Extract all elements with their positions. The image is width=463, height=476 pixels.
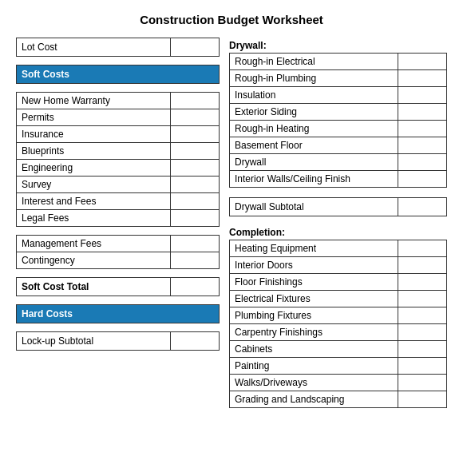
row-value[interactable] xyxy=(398,137,446,153)
row-value[interactable] xyxy=(398,240,446,256)
soft-cost-total-value[interactable] xyxy=(171,278,219,296)
table-row: Exterior Siding xyxy=(229,104,447,121)
row-label: Survey xyxy=(17,177,171,192)
completion-items-group: Heating EquipmentInterior DoorsFloor Fin… xyxy=(229,240,447,408)
row-label: Electrical Fixtures xyxy=(230,291,398,307)
row-label: Insulation xyxy=(230,87,398,103)
row-label: Engineering xyxy=(17,160,171,176)
row-value[interactable] xyxy=(398,87,446,103)
row-label: Plumbing Fixtures xyxy=(230,307,398,323)
table-row: Management Fees xyxy=(16,235,220,252)
completion-title: Completion: xyxy=(229,224,447,240)
row-label: Heating Equipment xyxy=(230,240,398,256)
table-row: Contingency xyxy=(16,252,220,269)
row-label: Rough-in Heating xyxy=(230,121,398,137)
drywall-subtotal-label: Drywall Subtotal xyxy=(230,198,398,216)
row-value[interactable] xyxy=(171,236,219,252)
table-row: Rough-in Electrical xyxy=(229,53,447,70)
row-value[interactable] xyxy=(398,341,446,357)
row-label: Interior Walls/Ceiling Finish xyxy=(230,171,398,187)
row-label: Interest and Fees xyxy=(17,193,171,209)
soft-cost-total-label: Soft Cost Total xyxy=(17,278,171,296)
row-value[interactable] xyxy=(171,252,219,268)
row-label: Grading and Landscaping xyxy=(230,391,398,407)
table-row: Walks/Driveways xyxy=(229,375,447,391)
row-label: Blueprints xyxy=(17,143,171,159)
row-value[interactable] xyxy=(398,154,446,170)
drywall-title: Drywall: xyxy=(229,38,447,53)
row-value[interactable] xyxy=(398,391,446,407)
drywall-subtotal-value[interactable] xyxy=(398,198,446,216)
lockup-label: Lock-up Subtotal xyxy=(17,332,171,350)
table-row: Floor Finishings xyxy=(229,274,447,291)
row-label: Management Fees xyxy=(17,236,171,252)
table-row: Rough-in Plumbing xyxy=(229,70,447,87)
row-label: Rough-in Plumbing xyxy=(230,70,398,86)
table-row: Electrical Fixtures xyxy=(229,291,447,307)
table-row: Survey xyxy=(16,177,220,193)
page-title: Construction Budget Worksheet xyxy=(16,13,447,26)
row-label: New Home Warranty xyxy=(17,93,171,109)
lot-cost-row: Lot Cost xyxy=(16,38,220,57)
table-row: Rough-in Heating xyxy=(229,121,447,137)
table-row: Insulation xyxy=(229,87,447,104)
soft-cost-total-row: Soft Cost Total xyxy=(16,277,220,296)
table-row: Drywall xyxy=(229,154,447,171)
table-row: Carpentry Finishings xyxy=(229,324,447,341)
row-label: Walks/Driveways xyxy=(230,375,398,391)
table-row: Permits xyxy=(16,109,220,126)
row-label: Exterior Siding xyxy=(230,104,398,120)
row-value[interactable] xyxy=(171,193,219,209)
row-value[interactable] xyxy=(398,307,446,323)
table-row: New Home Warranty xyxy=(16,92,220,109)
table-row: Interior Doors xyxy=(229,257,447,274)
other-items-group: Management FeesContingency xyxy=(16,235,220,269)
row-value[interactable] xyxy=(398,171,446,187)
row-value[interactable] xyxy=(171,109,219,125)
row-value[interactable] xyxy=(398,291,446,307)
row-value[interactable] xyxy=(398,358,446,374)
left-column: Lot Cost Soft Costs New Home WarrantyPer… xyxy=(16,38,220,351)
table-row: Grading and Landscaping xyxy=(229,391,447,408)
table-row: Engineering xyxy=(16,160,220,177)
row-value[interactable] xyxy=(398,70,446,86)
row-value[interactable] xyxy=(171,93,219,109)
row-value[interactable] xyxy=(171,177,219,192)
row-label: Legal Fees xyxy=(17,210,171,226)
table-row: Interior Walls/Ceiling Finish xyxy=(229,171,447,188)
right-column: Drywall: Rough-in ElectricalRough-in Plu… xyxy=(229,38,447,408)
drywall-subtotal-row: Drywall Subtotal xyxy=(229,197,447,216)
row-label: Rough-in Electrical xyxy=(230,54,398,69)
row-label: Insurance xyxy=(17,126,171,142)
row-value[interactable] xyxy=(398,257,446,273)
table-row: Blueprints xyxy=(16,143,220,160)
drywall-items-group: Rough-in ElectricalRough-in PlumbingInsu… xyxy=(229,53,447,188)
row-value[interactable] xyxy=(398,274,446,290)
row-value[interactable] xyxy=(171,210,219,226)
row-label: Cabinets xyxy=(230,341,398,357)
row-label: Carpentry Finishings xyxy=(230,324,398,340)
lot-cost-value[interactable] xyxy=(171,38,219,56)
row-value[interactable] xyxy=(171,160,219,176)
table-row: Plumbing Fixtures xyxy=(229,307,447,324)
row-value[interactable] xyxy=(398,104,446,120)
row-value[interactable] xyxy=(171,126,219,142)
row-value[interactable] xyxy=(398,324,446,340)
table-row: Painting xyxy=(229,358,447,375)
row-value[interactable] xyxy=(398,54,446,69)
row-value[interactable] xyxy=(398,375,446,391)
table-row: Basement Floor xyxy=(229,137,447,154)
row-value[interactable] xyxy=(171,143,219,159)
row-label: Basement Floor xyxy=(230,137,398,153)
table-row: Insurance xyxy=(16,126,220,143)
table-row: Heating Equipment xyxy=(229,240,447,257)
lockup-row: Lock-up Subtotal xyxy=(16,331,220,351)
row-label: Drywall xyxy=(230,154,398,170)
row-value[interactable] xyxy=(398,121,446,137)
lot-cost-label: Lot Cost xyxy=(17,38,171,56)
lockup-value[interactable] xyxy=(171,332,219,350)
row-label: Permits xyxy=(17,109,171,125)
row-label: Interior Doors xyxy=(230,257,398,273)
row-label: Contingency xyxy=(17,252,171,268)
soft-items-group: New Home WarrantyPermitsInsuranceBluepri… xyxy=(16,92,220,227)
